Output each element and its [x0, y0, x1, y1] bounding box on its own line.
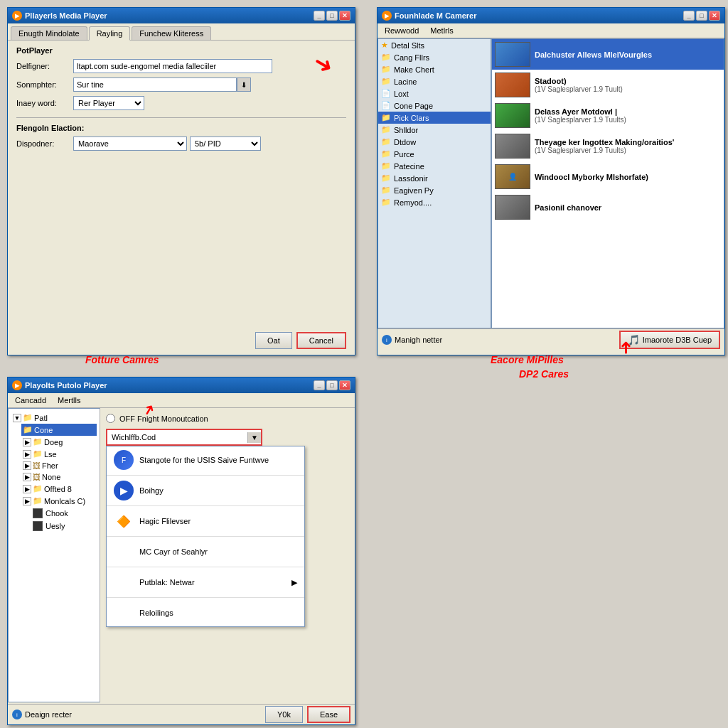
info-icon-2: i	[382, 335, 392, 345]
tree-item-doeg[interactable]: ▶ 📁 Doeg	[21, 436, 97, 448]
status-left-2: i Manigh netter	[382, 335, 442, 345]
tab-rayling[interactable]: Rayling	[89, 26, 131, 41]
list-item-purce[interactable]: 📁 Purce	[378, 148, 491, 160]
status-left-3: i Deaign recter	[12, 710, 72, 719]
expand-icon-fher[interactable]: ▶	[23, 461, 31, 470]
radio-off[interactable]	[106, 414, 115, 423]
row-delfigner: Delfigner:	[16, 59, 346, 73]
menu-mertlls[interactable]: Mertlls	[53, 395, 85, 406]
window3-buttons: Y0k Ease	[265, 706, 350, 723]
list-item-remyod[interactable]: 📁 Remyod....	[378, 196, 491, 208]
dropdown-popup: F Stangote for the USIS Saive Funtwve ▶ …	[106, 446, 305, 627]
maximize-btn-2[interactable]: □	[696, 11, 707, 21]
tree-item-monlcals[interactable]: ▶ 📁 Monlcals C)	[21, 495, 97, 507]
list-item-lacine[interactable]: 📁 Lacine	[378, 75, 491, 87]
media-sub-3: (1V Saglesplarver 1.9 Tuults)	[535, 146, 721, 154]
close-btn-3[interactable]: ✕	[339, 380, 350, 390]
window-title-3: Playolts Putolo Player	[25, 381, 107, 390]
list-item-cang[interactable]: 📁 Cang Fllrs	[378, 51, 491, 63]
dropdown-item-0[interactable]: F Stangote for the USIS Saive Funtwve	[107, 446, 304, 473]
icon-item-0: F	[114, 450, 134, 470]
tree-item-offted[interactable]: ▶ 📁 Offted 8	[21, 483, 97, 495]
input-sonmphter[interactable]	[73, 77, 237, 92]
menu-metlrls[interactable]: Metlrls	[426, 25, 457, 36]
tab-bar-1: Enugth Mindolate Rayling Funchew Klitere…	[8, 23, 355, 41]
dropdown-arrow-icon[interactable]: ▼	[247, 432, 261, 443]
media-title-4: Windoocl Myborky Mlshorfate)	[535, 173, 721, 181]
maximize-btn-3[interactable]: □	[326, 380, 338, 390]
media-item-0[interactable]: Dalchuster Allews MlelVourgles	[492, 39, 724, 70]
list-item-lassdonir[interactable]: 📁 Lassdonir	[378, 172, 491, 184]
ease-button[interactable]: Ease	[307, 706, 350, 723]
minimize-btn-1[interactable]: _	[314, 11, 325, 21]
list-item-eagiven[interactable]: 📁 Eagiven Py	[378, 184, 491, 196]
status-bar-3: i Deaign recter Y0k Ease	[8, 704, 355, 724]
tree-item-uesly[interactable]: Uesly	[31, 520, 97, 532]
list-item-make-chert[interactable]: 📁 Make Chert	[378, 63, 491, 75]
tree-item-patl[interactable]: ▼ 📁 Patl	[11, 412, 97, 424]
expand-icon-doeg[interactable]: ▶	[23, 438, 31, 446]
list-item-pick-clars[interactable]: 📁 Pick Clars	[378, 112, 491, 124]
expand-icon-lse[interactable]: ▶	[23, 450, 31, 459]
thumb-5	[495, 195, 530, 220]
dropdown-item-4[interactable]: Putblak: Netwar ▶	[107, 569, 304, 596]
media-item-1[interactable]: Stadoot) (1V Saglesplarver 1.9 Tuult)	[492, 70, 724, 100]
input-delfigner[interactable]	[73, 59, 272, 73]
expand-icon-offted[interactable]: ▶	[23, 485, 31, 493]
tree-item-lse[interactable]: ▶ 📁 Lse	[21, 448, 97, 460]
status-text-2: Manigh netter	[395, 336, 442, 344]
thumb-0	[495, 42, 530, 67]
dropdown-item-5[interactable]: Reloilings	[107, 599, 304, 626]
tree-item-fher[interactable]: ▶ 🖼 Fher	[21, 460, 97, 471]
media-item-5[interactable]: Pasionil chanover	[492, 192, 724, 223]
media-item-2[interactable]: Delass Ayer Motdowl | (1V Saglesplarver …	[492, 100, 724, 131]
dropdown-item-3[interactable]: MC Cayr of Seahlyr	[107, 538, 304, 565]
list-item-dtdow[interactable]: 📁 Dtdow	[378, 136, 491, 148]
tree-item-none[interactable]: ▶ 🖼 None	[21, 471, 97, 483]
media-info-2: Delass Ayer Motdowl | (1V Saglesplarver …	[535, 107, 721, 124]
minimize-btn-2[interactable]: _	[683, 11, 695, 21]
select-dispodner1[interactable]: Maorave	[73, 136, 187, 151]
list-item-shlldor[interactable]: 📁 Shlldor	[378, 124, 491, 136]
menu-cancadd[interactable]: Cancadd	[11, 395, 50, 406]
dropdown-select-wrapper[interactable]: Wichlffb.Cod ▼	[106, 429, 262, 446]
separator-1	[107, 505, 304, 506]
submenu-arrow-icon: ▶	[291, 578, 297, 587]
tree-item-cone[interactable]: 📁 Cone	[21, 424, 97, 436]
menu-rewwodd[interactable]: Rewwodd	[380, 25, 423, 36]
yok-button[interactable]: Y0k	[265, 706, 303, 723]
expand-icon-patl[interactable]: ▼	[13, 414, 21, 422]
separator-2	[107, 536, 304, 537]
close-btn-2[interactable]: ✕	[709, 11, 720, 21]
list-item-patecine[interactable]: 📁 Patecine	[378, 160, 491, 172]
tab-funchew[interactable]: Funchew Kliteress	[132, 26, 211, 40]
section-flengoln: FlengoIn Elaction: Dispodner: Maorave 5b…	[16, 117, 346, 151]
media-item-3[interactable]: Theyage ker Ingottex Making/oraitios' (1…	[492, 131, 724, 161]
select-dispodner2[interactable]: 5b/ PID	[190, 136, 261, 151]
media-title-1: Stadoot)	[535, 77, 721, 85]
list-item-detal-slts[interactable]: ★ Detal Slts	[378, 39, 491, 51]
dropdown-item-2[interactable]: 🔶 Hagic Flilevser	[107, 508, 304, 535]
dropdown-item-1[interactable]: ▶ Boihgy	[107, 477, 304, 504]
list-item-cone-page[interactable]: 📄 Cone Page	[378, 100, 491, 112]
list-item-loxt[interactable]: 📄 Loxt	[378, 87, 491, 100]
media-title-0: Dalchuster Allews MlelVourgles	[535, 50, 721, 59]
maximize-btn-1[interactable]: □	[326, 11, 338, 21]
title-bar-buttons-3: _ □ ✕	[314, 380, 350, 390]
tree-panel-3: ▼ 📁 Patl 📁 Cone ▶ 📁 Doeg ▶ 📁 Lse ▶ 🖼	[8, 408, 100, 702]
oat-button[interactable]: Oat	[255, 332, 292, 349]
thumb-4: 👤	[495, 164, 530, 189]
minimize-btn-3[interactable]: _	[314, 380, 325, 390]
tree-item-chook[interactable]: Chook	[31, 507, 97, 520]
info-icon-3: i	[12, 710, 22, 719]
dropdown-value: Wichlffb.Cod	[107, 432, 247, 443]
media-item-4[interactable]: 👤 Windoocl Myborky Mlshorfate)	[492, 161, 724, 192]
tab-enugth[interactable]: Enugth Mindolate	[11, 26, 87, 40]
sonmphter-browse-btn[interactable]: ⬇	[237, 77, 251, 92]
section-pot-title: PotPlayer	[16, 46, 346, 55]
close-btn-1[interactable]: ✕	[339, 11, 350, 21]
cancel-button[interactable]: Cancel	[296, 332, 346, 349]
expand-icon-none[interactable]: ▶	[23, 473, 31, 481]
expand-icon-monlcals[interactable]: ▶	[23, 497, 31, 505]
select-inaey[interactable]: Rer Player	[73, 96, 144, 110]
